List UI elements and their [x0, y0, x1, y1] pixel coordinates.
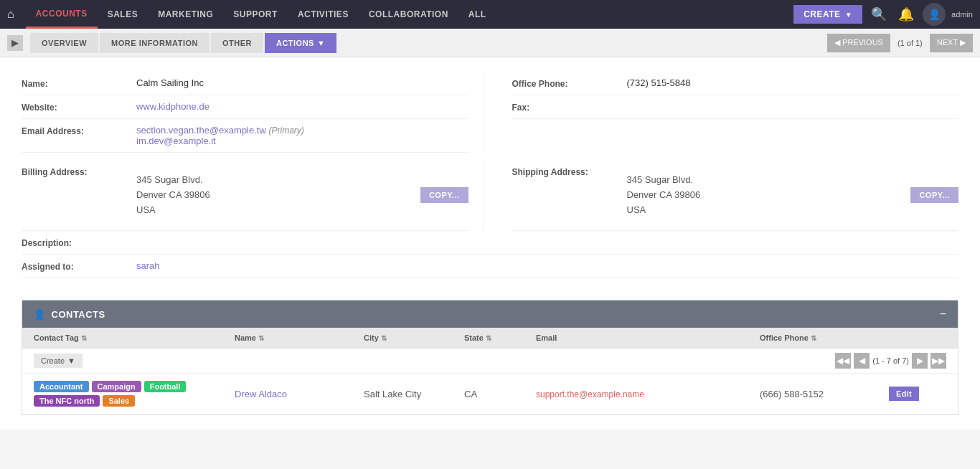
fax-label: Fax: — [512, 101, 627, 113]
billing-line2: Denver CA 39806 — [136, 188, 420, 203]
shipping-address-label: Shipping Address: — [512, 166, 627, 177]
nav-item-marketing[interactable]: MARKETING — [148, 0, 223, 29]
nav-item-collaboration[interactable]: COLLABORATION — [359, 0, 458, 29]
nav-item-support[interactable]: SUPPORT — [223, 0, 288, 29]
tab-more-information[interactable]: MORE INFORMATION — [100, 33, 209, 53]
tag-nfc-north[interactable]: The NFC north — [34, 395, 100, 407]
contact-tags: Accountant Campaign Football The NFC nor… — [34, 381, 235, 407]
email-primary-tag: (Primary) — [268, 125, 303, 136]
tag-campaign[interactable]: Campaign — [92, 381, 141, 392]
shipping-copy-button[interactable]: COPY... — [910, 187, 958, 203]
contacts-next-page-button[interactable]: ▶ — [912, 353, 928, 369]
contact-email-link[interactable]: support.the@example.name — [536, 389, 644, 399]
field-description: Description: — [22, 231, 958, 255]
tag-accountant[interactable]: Accountant — [34, 381, 89, 392]
website-link[interactable]: www.kidphone.de — [136, 101, 209, 112]
contacts-prev-page-button[interactable]: ◀ — [854, 353, 870, 369]
tab-other[interactable]: OTHER — [211, 33, 263, 53]
contacts-toolbar: Create ▼ ◀◀ ◀ (1 - 7 of 7) ▶ ▶▶ — [22, 349, 958, 374]
email-label: Email Address: — [22, 125, 136, 136]
home-icon[interactable]: ⌂ — [7, 8, 14, 21]
contacts-collapse-button[interactable]: − — [940, 308, 946, 321]
previous-button[interactable]: ◀ PREVIOUS — [827, 34, 890, 52]
email-secondary[interactable]: im.dev@example.it — [136, 136, 216, 146]
col-tag-sort-icon[interactable]: ⇅ — [81, 334, 87, 342]
col-city-sort-icon[interactable]: ⇅ — [381, 334, 387, 342]
contact-email-cell: support.the@example.name — [536, 389, 760, 399]
shipping-address-text: 345 Sugar Blvd. Denver CA 39806 USA — [627, 173, 911, 217]
billing-copy-button[interactable]: COPY... — [420, 187, 468, 203]
contacts-person-icon: 👤 — [34, 309, 46, 320]
contacts-page-info: (1 - 7 of 7) — [872, 356, 909, 365]
contact-name-link[interactable]: Drew Aldaco — [235, 389, 287, 399]
contacts-table-header: Contact Tag ⇅ Name ⇅ City ⇅ State ⇅ Emai… — [22, 328, 958, 349]
tab-overview[interactable]: OVERVIEW — [30, 33, 98, 53]
toggle-sidebar-button[interactable]: ▶ — [7, 35, 23, 51]
col-city: City ⇅ — [364, 333, 464, 342]
contacts-title: 👤 CONTACTS — [34, 309, 105, 320]
col-name: Name ⇅ — [235, 333, 364, 342]
nav-item-sales[interactable]: SALES — [98, 0, 149, 29]
website-value[interactable]: www.kidphone.de — [136, 101, 468, 112]
billing-address-label: Billing Address: — [22, 166, 136, 177]
col-state: State ⇅ — [464, 333, 536, 342]
field-website: Website: www.kidphone.de — [22, 95, 468, 119]
contacts-section: 👤 CONTACTS − Contact Tag ⇅ Name ⇅ City ⇅… — [22, 300, 958, 415]
notification-icon-button[interactable]: 🔔 — [895, 4, 917, 25]
tag-football[interactable]: Football — [144, 381, 187, 392]
office-phone-label: Office Phone: — [512, 77, 627, 89]
form-main: Name: Calm Sailing Inc Website: www.kidp… — [22, 72, 958, 153]
admin-avatar[interactable]: 👤 — [923, 3, 946, 26]
col-state-sort-icon[interactable]: ⇅ — [486, 334, 491, 342]
field-email: Email Address: section.vegan.the@example… — [22, 119, 468, 153]
name-label: Name: — [22, 77, 136, 89]
action-bar: ▶ OVERVIEW MORE INFORMATION OTHER ACTION… — [0, 29, 980, 57]
nav-item-activities[interactable]: ACTIVITIES — [288, 0, 359, 29]
email-primary[interactable]: section.vegan.the@example.tw — [136, 125, 266, 136]
search-icon-button[interactable]: 🔍 — [868, 4, 890, 25]
table-row: Accountant Campaign Football The NFC nor… — [22, 374, 958, 414]
field-shipping-address: Shipping Address: 345 Sugar Blvd. Denver… — [512, 160, 959, 231]
col-phone-sort-icon[interactable]: ⇅ — [811, 334, 816, 342]
form-col-left: Name: Calm Sailing Inc Website: www.kidp… — [22, 72, 484, 153]
tab-actions[interactable]: ACTIONS ▼ — [265, 33, 336, 53]
create-button[interactable]: CREATE ▼ — [793, 5, 862, 24]
nav-items: ACCOUNTS SALES MARKETING SUPPORT ACTIVIT… — [26, 0, 794, 29]
col-contact-tag: Contact Tag ⇅ — [34, 333, 235, 342]
contacts-create-button[interactable]: Create ▼ — [34, 354, 83, 368]
shipping-line2: Denver CA 39806 — [627, 188, 911, 203]
tag-sales[interactable]: Sales — [103, 395, 135, 407]
contact-edit-button[interactable]: Edit — [889, 387, 919, 401]
form-billing: Billing Address: 345 Sugar Blvd. Denver … — [22, 160, 484, 231]
contacts-pagination: ◀◀ ◀ (1 - 7 of 7) ▶ ▶▶ — [835, 353, 946, 369]
nav-item-all[interactable]: ALL — [458, 0, 496, 29]
contact-phone: (666) 588-5152 — [760, 389, 889, 399]
admin-label: admin — [951, 10, 973, 19]
form-col-right: Office Phone: (732) 515-5848 Fax: — [484, 72, 959, 153]
pagination-controls: ◀ PREVIOUS (1 of 1) NEXT ▶ — [827, 34, 973, 52]
form-shipping: Shipping Address: 345 Sugar Blvd. Denver… — [484, 160, 959, 231]
create-dropdown-arrow: ▼ — [845, 11, 852, 19]
contacts-first-page-button[interactable]: ◀◀ — [835, 353, 851, 369]
col-name-sort-icon[interactable]: ⇅ — [258, 334, 264, 342]
next-button[interactable]: NEXT ▶ — [930, 34, 973, 52]
description-label: Description: — [22, 237, 136, 248]
assigned-value[interactable]: sarah — [136, 260, 958, 271]
main-content: Name: Calm Sailing Inc Website: www.kidp… — [0, 57, 980, 430]
billing-address-block: 345 Sugar Blvd. Denver CA 39806 USA COPY… — [136, 166, 468, 224]
billing-line1: 345 Sugar Blvd. — [136, 173, 420, 188]
top-navigation: ⌂ ACCOUNTS SALES MARKETING SUPPORT ACTIV… — [0, 0, 980, 29]
field-billing-address: Billing Address: 345 Sugar Blvd. Denver … — [22, 160, 468, 231]
col-email: Email — [536, 333, 760, 342]
field-fax: Fax: — [512, 95, 959, 119]
billing-address-text: 345 Sugar Blvd. Denver CA 39806 USA — [136, 173, 420, 217]
actions-dropdown-arrow: ▼ — [317, 39, 325, 47]
contacts-last-page-button[interactable]: ▶▶ — [930, 353, 946, 369]
field-name: Name: Calm Sailing Inc — [22, 72, 468, 95]
contacts-header: 👤 CONTACTS − — [22, 300, 958, 328]
col-actions — [889, 333, 946, 342]
shipping-address-block: 345 Sugar Blvd. Denver CA 39806 USA COPY… — [627, 166, 959, 224]
nav-item-accounts[interactable]: ACCOUNTS — [26, 0, 98, 29]
office-phone-value: (732) 515-5848 — [627, 77, 959, 88]
contacts-create-arrow: ▼ — [67, 356, 75, 365]
